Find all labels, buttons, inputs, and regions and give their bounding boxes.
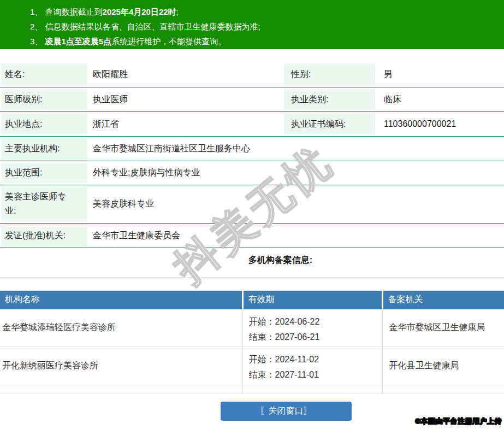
filing-authority-cell: 金华市婺城区卫生健康局 [382, 309, 504, 347]
primary-org-label: 主要执业机构: [0, 136, 87, 161]
org-name-cell [0, 385, 242, 393]
certificate-number-value: 110360000700021 [375, 111, 504, 136]
org-name-cell: 开化新绣丽医疗美容诊所 [0, 347, 242, 385]
section-divider [0, 277, 504, 278]
table-row: 姓名: 欧阳耀胜 性别: 男 [0, 62, 504, 87]
col-header-org-name: 机构名称 [0, 291, 242, 309]
practice-category-label: 执业类别: [283, 87, 375, 111]
col-header-filing-authority: 备案机关 [382, 291, 504, 309]
table-row: 执业范围: 外科专业;皮肤病与性病专业 [0, 161, 504, 185]
query-result-window: 1、 查询数据截止到2025年4月20日22时; 2、 信息数据结果以各省、自治… [0, 0, 504, 429]
col-header-validity: 有效期 [242, 291, 382, 309]
notice-banner: 1、 查询数据截止到2025年4月20日22时; 2、 信息数据结果以各省、自治… [0, 0, 504, 49]
multi-org-section-title: 多机构备案信息: [28, 255, 504, 266]
table-row-clipped: 开始：2024-12-13 [0, 385, 504, 393]
multi-org-table-viewport: 机构名称 有效期 备案机关 金华婺城添瑞轻医疗美容诊所 开始：2024-06-2… [0, 291, 504, 393]
validity-start: 开始：2024-12-13 [249, 390, 382, 393]
org-name-cell: 金华婺城添瑞轻医疗美容诊所 [0, 309, 242, 347]
validity-cell: 开始：2024-06-22 结束：2027-06-21 [242, 309, 382, 347]
table-row: 医师级别: 执业医师 执业类别: 临床 [0, 87, 504, 111]
notice-1-bold: 2025年4月20日22时 [103, 7, 176, 16]
close-window-button[interactable]: 〖关闭窗口〗 [221, 402, 352, 421]
notice-3-suffix: 系统进行维护，不能提供查询。 [111, 37, 226, 46]
table-row: 发证(批准)机关: 金华市卫生健康委员会 [0, 223, 504, 248]
validity-cell: 开始：2024-11-02 结束：2027-11-01 [242, 347, 382, 385]
upload-stamp: ©本图由平台注册用户上传 [415, 416, 502, 426]
notice-line-2: 2、 信息数据结果以各省、自治区、直辖市卫生健康委数据为准; [30, 19, 499, 34]
doctor-level-value: 执业医师 [87, 87, 283, 111]
table-header-row: 机构名称 有效期 备案机关 [0, 291, 504, 309]
filing-authority-cell [382, 385, 504, 393]
validity-start: 开始：2024-11-02 [249, 352, 382, 367]
notice-3-text: 3、 [30, 37, 45, 46]
certificate-number-label: 执业证书编码: [283, 111, 375, 136]
table-row: 开化新绣丽医疗美容诊所 开始：2024-11-02 结束：2027-11-01 … [0, 347, 504, 385]
name-value: 欧阳耀胜 [87, 62, 283, 87]
issuing-authority-value: 金华市卫生健康委员会 [87, 223, 504, 248]
table-row: 主要执业机构: 金华市婺城区江南街道社区卫生服务中心 [0, 136, 504, 161]
table-row: 金华婺城添瑞轻医疗美容诊所 开始：2024-06-22 结束：2027-06-2… [0, 309, 504, 347]
gender-value: 男 [375, 62, 504, 87]
practice-location-label: 执业地点: [0, 111, 87, 136]
notice-line-1: 1、 查询数据截止到2025年4月20日22时; [30, 4, 499, 19]
table-row: 执业地点: 浙江省 执业证书编码: 110360000700021 [0, 111, 504, 136]
validity-cell: 开始：2024-12-13 [242, 385, 382, 393]
gender-label: 性别: [283, 62, 375, 87]
doctor-level-label: 医师级别: [0, 87, 87, 111]
notice-3-bold: 凌晨1点至凌晨5点 [45, 37, 112, 46]
practice-scope-label: 执业范围: [0, 161, 87, 185]
practice-category-value: 临床 [375, 87, 504, 111]
validity-end: 结束：2027-11-01 [249, 367, 382, 383]
filing-authority-cell: 开化县卫生健康局 [382, 347, 504, 385]
validity-end: 结束：2027-06-21 [249, 330, 382, 345]
name-label: 姓名: [0, 62, 87, 87]
practice-scope-value: 外科专业;皮肤病与性病专业 [87, 161, 504, 185]
practice-location-value: 浙江省 [87, 111, 283, 136]
notice-1-text: 1、 查询数据截止到 [30, 7, 103, 16]
notice-1-suffix: ; [176, 7, 179, 16]
notice-line-3: 3、 凌晨1点至凌晨5点系统进行维护，不能提供查询。 [30, 34, 499, 49]
cosmetic-specialty-value: 美容皮肤科专业 [87, 185, 504, 223]
table-row: 美容主诊医师专业: 美容皮肤科专业 [0, 185, 504, 223]
validity-start: 开始：2024-06-22 [249, 314, 382, 330]
multi-org-table: 机构名称 有效期 备案机关 金华婺城添瑞轻医疗美容诊所 开始：2024-06-2… [0, 291, 504, 393]
notice-2-text: 2、 信息数据结果以各省、自治区、直辖市卫生健康委数据为准; [30, 22, 260, 31]
primary-org-value: 金华市婺城区江南街道社区卫生服务中心 [87, 136, 504, 161]
practitioner-info-table: 姓名: 欧阳耀胜 性别: 男 医师级别: 执业医师 执业类别: 临床 执业地点:… [0, 62, 504, 248]
issuing-authority-label: 发证(批准)机关: [0, 223, 87, 248]
cosmetic-specialty-label: 美容主诊医师专业: [0, 185, 87, 223]
